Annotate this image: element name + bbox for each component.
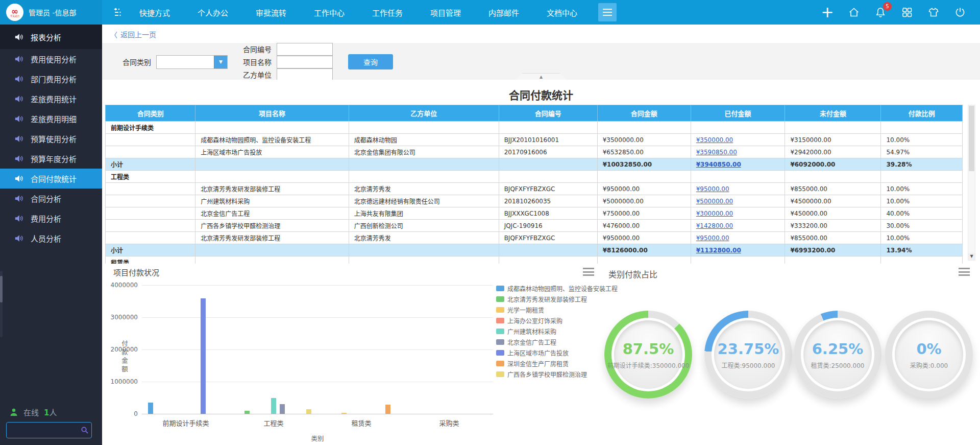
subtotal-row: 小计¥10032850.00¥3940850.00¥6092000.0039.2… xyxy=(106,158,963,171)
theme-shirt-icon[interactable] xyxy=(927,6,940,19)
sidebar-item-差旅费用明细[interactable]: 差旅费用明细 xyxy=(0,109,102,129)
sidebar-scrollbar[interactable] xyxy=(0,271,3,337)
search-icon[interactable] xyxy=(78,426,91,434)
bar-北京清芳秀发研发部装修工程[interactable] xyxy=(244,411,250,414)
table-scrollbar[interactable]: ▼ xyxy=(968,105,975,261)
donut-percent: 0% xyxy=(916,340,941,358)
nav-toggle-icon[interactable] xyxy=(113,7,126,17)
table-cell xyxy=(691,122,785,134)
donut-租赁类:25000.000[interactable]: 6.25%租赁类:25000.000 xyxy=(794,311,881,399)
top-menu-item[interactable]: 审批流转 xyxy=(242,0,300,25)
sidebar-item-费用分析[interactable]: 费用分析 xyxy=(0,208,102,228)
legend-label: 深圳金信生产厂房租赁 xyxy=(507,359,569,368)
gridline xyxy=(142,414,493,414)
paid-amount-link[interactable]: ¥3590850.00 xyxy=(696,149,737,156)
table-cell xyxy=(597,256,691,264)
category-row: 租赁类 xyxy=(106,256,963,264)
donut-label: 工程类:95000.000 xyxy=(722,361,775,369)
bar-深圳金信生产厂房租赁[interactable] xyxy=(385,405,390,414)
legend-item[interactable]: 北京清芳秀发研发部装修工程 xyxy=(496,294,618,305)
filter-input-项目名称[interactable] xyxy=(277,56,333,68)
bell-icon[interactable]: 5 xyxy=(874,6,887,19)
filter-input-乙方单位[interactable] xyxy=(277,68,333,81)
top-menu-item[interactable]: 项目管理 xyxy=(416,0,475,25)
sidebar-item-预算使用分析[interactable]: 预算使用分析 xyxy=(0,129,102,149)
bar-panel-menu-icon[interactable] xyxy=(583,268,594,276)
donut-center: 6.25%租赁类:25000.000 xyxy=(803,320,872,389)
table-cell: 北京清芳秀发 xyxy=(349,232,499,244)
table-cell xyxy=(785,171,881,183)
donut-工程类:95000.000[interactable]: 23.75%工程类:95000.000 xyxy=(704,311,792,399)
legend-item[interactable]: 光学一期租赁 xyxy=(496,305,618,315)
donut-采购类:0.000[interactable]: 0%采购类:0.000 xyxy=(885,311,973,399)
add-icon[interactable]: + xyxy=(821,6,834,19)
legend-item[interactable]: 北京金信广告工程 xyxy=(496,337,618,347)
top-menu-item[interactable]: 内部邮件 xyxy=(475,0,533,25)
filter-input-合同编号[interactable] xyxy=(277,43,333,56)
search-button[interactable]: 查询 xyxy=(348,54,393,69)
legend-swatch xyxy=(496,307,504,313)
scrollbar-thumb[interactable] xyxy=(969,106,974,171)
paid-amount-link[interactable]: ¥500000.00 xyxy=(696,198,733,205)
filter-label: 乙方单位 xyxy=(243,69,272,80)
back-link[interactable]: 〈 返回上一页 xyxy=(110,29,156,39)
legend-item[interactable]: 广西各乡镇学校甲醛检测治理 xyxy=(496,369,618,380)
sidebar-search-input[interactable] xyxy=(7,427,78,434)
legend-item[interactable]: 上海区域市场广告投放 xyxy=(496,347,618,358)
apps-grid-icon[interactable] xyxy=(900,6,914,19)
paid-amount-link[interactable]: ¥300000.00 xyxy=(696,210,733,217)
table-cell: ¥950000.00 xyxy=(597,183,691,195)
donut-前期设计手续类:350000.000[interactable]: 87.5%前期设计手续类:350000.000 xyxy=(604,311,692,399)
top-menu-item[interactable]: 文档中心 xyxy=(533,0,591,25)
sidebar-item-差旅费用统计[interactable]: 差旅费用统计 xyxy=(0,89,102,109)
filter-label: 项目名称 xyxy=(243,57,272,67)
bar-北京金信广告工程[interactable] xyxy=(280,404,285,414)
legend-item[interactable]: 深圳金信生产厂房租赁 xyxy=(496,358,618,369)
filter-collapse-handle[interactable]: ▲ xyxy=(517,73,566,80)
sidebar-item-人员分析[interactable]: 人员分析 xyxy=(0,228,102,248)
bar-广州建筑材料采购[interactable] xyxy=(271,398,276,414)
menu-more-button[interactable] xyxy=(598,3,617,21)
scrollbar-down-icon[interactable]: ▼ xyxy=(968,253,975,260)
sidebar-item-预算年度分析[interactable]: 预算年度分析 xyxy=(0,149,102,169)
table-cell: 10.00% xyxy=(881,134,963,146)
paid-amount-link[interactable]: ¥1132800.00 xyxy=(696,247,741,254)
top-menu-item[interactable]: 工作中心 xyxy=(300,0,358,25)
table-cell: ¥6532850.00 xyxy=(597,146,691,158)
paid-amount-link[interactable]: ¥350000.00 xyxy=(696,136,733,144)
power-icon[interactable] xyxy=(953,6,967,19)
paid-amount-link[interactable]: ¥95000.00 xyxy=(696,235,729,242)
legend-item[interactable]: 广州建筑材料采购 xyxy=(496,326,618,337)
legend-item[interactable]: 成都森林动物园照明、监控设备安装工程 xyxy=(496,283,618,294)
bar-广西各乡镇学校甲醛检测治理[interactable] xyxy=(306,409,311,414)
table-cell: ¥750000.00 xyxy=(597,207,691,220)
paid-amount-link[interactable]: ¥142800.00 xyxy=(696,222,733,229)
paid-amount-link[interactable]: ¥95000.00 xyxy=(696,185,729,193)
donut-chart-panel: 类别付款占比 87.5%前期设计手续类:350000.00023.75%工程类:… xyxy=(607,264,980,445)
sidebar-item-合同付款统计[interactable]: 合同付款统计 xyxy=(0,169,102,189)
sidebar-item-报表分析[interactable]: 报表分析 xyxy=(0,25,102,49)
sidebar-item-部门费用分析[interactable]: 部门费用分析 xyxy=(0,69,102,89)
bar-上海区域市场广告投放[interactable] xyxy=(201,298,206,414)
table-cell xyxy=(691,171,785,183)
legend-label: 光学一期租赁 xyxy=(507,306,544,314)
paid-amount-link[interactable]: ¥3940850.00 xyxy=(696,161,741,168)
sidebar-item-合同分析[interactable]: 合同分析 xyxy=(0,189,102,208)
table-cell xyxy=(349,244,499,256)
home-icon[interactable] xyxy=(847,6,861,19)
bar-chart-title: 项目付款状况 xyxy=(113,267,159,277)
table-row: 北京清芳秀发研发部装修工程北京清芳秀发BJQFXFYFBZXGC¥950000.… xyxy=(106,183,963,195)
column-header: 合同类别 xyxy=(106,105,195,122)
contract-category-select[interactable]: ▼ xyxy=(156,55,228,69)
top-menu-item[interactable]: 快捷方式 xyxy=(126,0,184,25)
top-menu-item[interactable]: 个人办公 xyxy=(184,0,242,25)
sidebar-item-费用使用分析[interactable]: 费用使用分析 xyxy=(0,49,102,69)
table-cell xyxy=(106,220,195,232)
legend-item[interactable]: 上海办公室灯饰采购 xyxy=(496,315,618,326)
bar-光学一期租赁[interactable] xyxy=(341,413,347,414)
top-menu-item[interactable]: 工作任务 xyxy=(358,0,416,25)
donut-panel-menu-icon[interactable] xyxy=(959,268,970,276)
table-cell: 30.00% xyxy=(881,220,963,232)
paid-amount-cell: ¥3940850.00 xyxy=(691,158,785,171)
bar-成都森林动物园照明、监控设备安装工程[interactable] xyxy=(148,403,153,414)
